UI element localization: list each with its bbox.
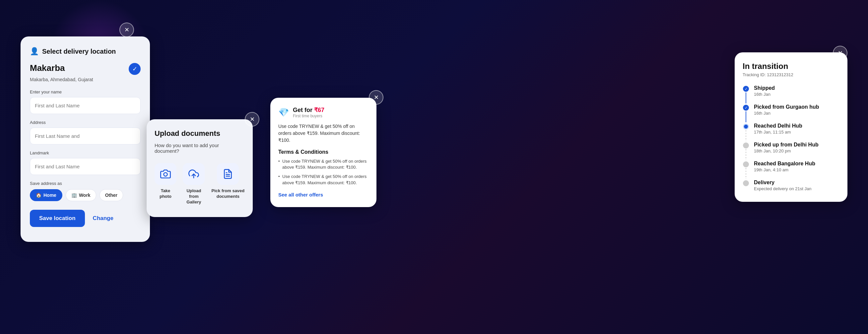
event-delhi-pickup: Picked up from Delhi Hub [754,142,818,148]
terms-item-1: Use code TRYNEW & get 50% off on orders … [278,158,369,170]
tracking-indicator-delivery [743,179,749,191]
coupon-get-text: Get for ₹67 [293,107,324,113]
tracking-title: In transition [743,62,839,71]
tracking-item-delhi-pickup: Picked up from Delhi Hub 18th Jan, 10:20… [743,142,839,161]
tracking-indicator-bangalore [743,161,749,179]
address-type-row: 🏠 Home 🏢 Work Other [30,189,141,201]
address-input[interactable] [30,128,141,144]
coupon-top: 💎 Get for ₹67 First time buyers [278,106,369,118]
diamond-icon: 💎 [278,107,289,118]
camera-icon [160,169,171,179]
location-sub: Makarba, Ahmedabad, Gujarat [30,77,141,82]
close-delivery-button[interactable]: ✕ [119,23,134,37]
tracking-indicator-delhi [743,123,749,142]
delivery-location-card: 👤 Select delivery location Makarba ✓ Mak… [21,36,150,242]
document-icon [222,169,233,179]
dot-delhi [743,124,749,130]
save-address-label: Save address as [30,181,141,186]
event-gurgaon: Picked from Gurgaon hub [754,104,819,110]
tracking-id-row: Tracking ID: 12312312312 [743,72,839,77]
take-photo-option[interactable]: Take photo [155,163,177,205]
dot-shipped: ✓ [743,86,749,92]
document-icon-box [217,163,239,185]
tracking-item-shipped: ✓ Shipped 16th Jan [743,85,839,104]
check-icon: ✓ [129,63,141,75]
tracking-indicator: ✓ [743,85,749,104]
tracking-card: In transition Tracking ID: 12312312312 ✓… [735,52,847,202]
dot-bangalore [743,161,749,167]
line-delhi [746,130,746,141]
pick-saved-option[interactable]: Pick from saved documents [211,163,245,205]
tracking-content-delivery: Delivery Expected delivery on 21st Jan [754,179,811,191]
camera-icon-box [155,163,177,185]
dot-gurgaon: ✓ [743,105,749,111]
pick-saved-label: Pick from saved documents [211,188,245,199]
upload-documents-card: Upload documents How do you want to add … [147,119,253,217]
tracking-list: ✓ Shipped 16th Jan ✓ Picked from Gurgaon… [743,85,839,191]
tracking-indicator-delhi-pickup [743,142,749,161]
tracking-item-delhi: Reached Delhi Hub 17th Jan, 11:15 am [743,123,839,142]
upload-subtitle: How do you want to add your document? [155,142,245,154]
coupon-card: 💎 Get for ₹67 First time buyers Use code… [270,98,376,207]
coupon-desc: Use code TRYNEW & get 50% off on orders … [278,123,369,144]
close-coupon-button[interactable]: ✕ [369,90,383,105]
action-buttons: Save location Change [30,210,141,227]
take-photo-label: Take photo [155,188,177,199]
home-icon: 🏠 [36,193,41,198]
event-delivery: Delivery [754,179,811,186]
landmark-input[interactable] [30,158,141,175]
coupon-sub: First time buyers [293,114,324,118]
delivery-title: Select delivery location [42,48,116,55]
event-delhi: Reached Delhi Hub [754,123,802,129]
tracking-item-bangalore: Reached Bangalore Hub 19th Jan, 4:10 am [743,161,839,179]
change-button[interactable]: Change [90,210,117,227]
work-icon: 🏢 [71,193,77,198]
time-delivery: Expected delivery on 21st Jan [754,186,811,191]
time-shipped: 16th Jan [754,92,775,97]
name-label: Enter your name [30,90,141,94]
event-shipped: Shipped [754,85,775,91]
landmark-label: Landmark [30,151,141,156]
upload-title: Upload documents [155,129,245,138]
line-gurgaon [746,111,746,122]
tracking-content-bangalore: Reached Bangalore Hub 19th Jan, 4:10 am [754,161,815,179]
work-label: Work [79,193,91,198]
terms-item-2: Use code TRYNEW & get 50% off on orders … [278,174,369,186]
tracking-item-delivery: Delivery Expected delivery on 21st Jan [743,179,839,191]
location-name-row: Makarba ✓ [30,63,141,75]
tracking-content-delhi-pickup: Picked up from Delhi Hub 18th Jan, 10:20… [754,142,818,161]
svg-point-0 [164,173,167,176]
upload-gallery-label: Upload from Gallery [182,188,206,205]
address-type-other[interactable]: Other [99,189,123,201]
terms-title: Terms & Conditions [278,149,369,155]
save-location-button[interactable]: Save location [30,210,85,227]
time-delhi-pickup: 18th Jan, 10:20 pm [754,148,818,154]
card-header: 👤 Select delivery location [30,47,141,56]
dot-delivery [743,180,749,186]
line-delhi-pickup [746,149,746,160]
address-label: Address [30,120,141,125]
time-bangalore: 19th Jan, 4:10 am [754,167,815,172]
time-delhi: 17th Jan, 11:15 am [754,130,802,135]
address-type-work[interactable]: 🏢 Work [66,189,96,201]
coupon-price: ₹67 [314,107,324,113]
close-upload-button[interactable]: ✕ [245,112,259,127]
see-offers-link[interactable]: See all other offers [278,192,323,198]
tracking-item-gurgaon: ✓ Picked from Gurgaon hub 16th Jan [743,104,839,123]
location-name: Makarba [30,63,65,73]
event-bangalore: Reached Bangalore Hub [754,161,815,167]
close-tracking-button[interactable]: ✕ [833,46,847,60]
upload-gallery-option[interactable]: Upload from Gallery [182,163,206,205]
line-shipped [746,93,746,103]
tracking-indicator-gurgaon: ✓ [743,104,749,123]
location-icon: 👤 [30,47,39,56]
upload-icon [188,169,199,179]
dot-delhi-pickup [743,142,749,148]
tracking-content-shipped: Shipped 16th Jan [754,85,775,104]
upload-icon-box [183,163,205,185]
tracking-content-gurgaon: Picked from Gurgaon hub 16th Jan [754,104,819,123]
address-type-home[interactable]: 🏠 Home [30,189,62,201]
time-gurgaon: 16th Jan [754,111,819,115]
name-input[interactable] [30,97,141,114]
upload-options: Take photo Upload from Gallery [155,163,245,205]
